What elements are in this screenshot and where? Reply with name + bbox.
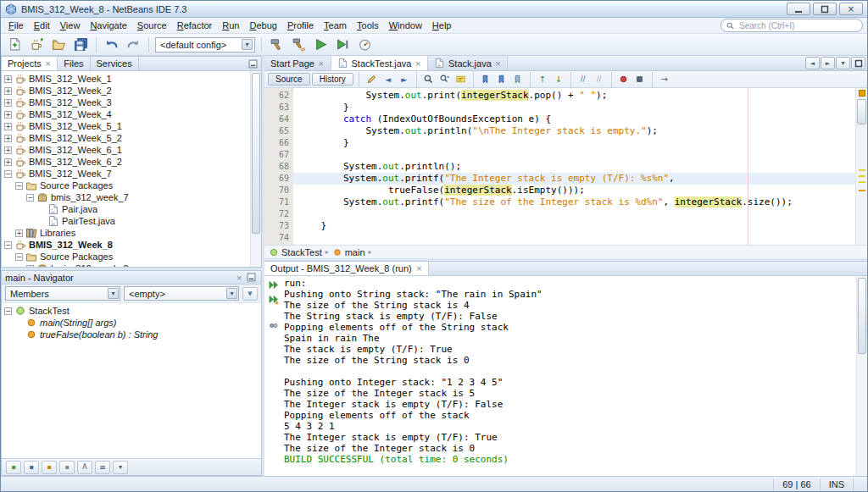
filters-button[interactable]: ▾ — [113, 461, 128, 474]
shift-right-button[interactable]: → — [657, 73, 672, 86]
navigator-tree[interactable]: −StackTestmain(String[] args)trueFalse(b… — [2, 303, 261, 458]
expand-icon[interactable]: + — [4, 135, 12, 142]
search-input[interactable] — [737, 20, 858, 31]
source-view-button[interactable]: Source — [268, 73, 310, 86]
project-tree-item[interactable]: +bmis_312_week_8 — [2, 263, 261, 267]
project-tree-item[interactable]: −bmis_312_week_7 — [2, 191, 261, 203]
next-occurrence-button[interactable]: ↓ — [551, 73, 566, 86]
output-lines[interactable]: run:Pushing onto String stack: "The rain… — [281, 276, 867, 476]
maximize-window-button[interactable] — [851, 57, 865, 69]
expand-icon[interactable]: + — [4, 146, 12, 154]
navigator-settings-button[interactable]: ▼ — [242, 287, 258, 301]
tab-services[interactable]: Services — [91, 57, 139, 70]
new-project-button[interactable] — [26, 35, 47, 54]
project-tree-item[interactable]: +BMIS_312_Week_3 — [2, 97, 261, 108]
show-inherited-button[interactable]: ▪ — [6, 461, 21, 474]
editor-scrollbar-thumb[interactable] — [857, 99, 866, 124]
build-project-button[interactable] — [266, 35, 287, 54]
project-tree-item[interactable]: +BMIS_312_Week_1 — [2, 73, 261, 85]
save-all-button[interactable] — [70, 35, 92, 54]
forward-button[interactable]: ► — [397, 73, 412, 86]
expand-icon[interactable]: + — [4, 75, 12, 83]
code-editor[interactable]: 62 System.out.print(integerStack.pop() +… — [264, 88, 867, 245]
toggle-highlight-button[interactable] — [453, 73, 469, 86]
last-edit-button[interactable] — [364, 73, 380, 86]
find-next-button[interactable] — [437, 73, 453, 86]
menu-refactor[interactable]: Refactor — [172, 19, 218, 32]
project-tree-item[interactable]: −BMIS_312_Week_7 — [2, 168, 261, 180]
collapse-icon[interactable]: − — [15, 182, 23, 190]
search-box[interactable] — [721, 19, 863, 32]
editor-tab-stack-java[interactable]: Stack.java× — [428, 56, 508, 70]
minimize-button[interactable] — [787, 3, 810, 15]
scrollbar-thumb[interactable] — [858, 278, 866, 354]
editor-status-indicator[interactable] — [859, 90, 865, 97]
rerun-button[interactable] — [266, 279, 280, 291]
show-opened-documents-button[interactable]: ▾ — [836, 57, 850, 69]
show-static-button[interactable]: ▪ — [42, 461, 57, 474]
output-tab[interactable]: Output - BMIS_312_Week_8 (run)× — [264, 262, 429, 275]
navigator-tree-item[interactable]: trueFalse(boolean b) : String — [2, 329, 261, 340]
toggle-bookmark-button[interactable] — [510, 73, 526, 86]
project-tree-item[interactable]: +Libraries — [2, 227, 261, 239]
output-scrollbar[interactable] — [856, 276, 867, 476]
projects-scrollbar[interactable] — [250, 71, 261, 267]
breadcrumb-item[interactable]: main — [332, 247, 365, 257]
menu-file[interactable]: File — [3, 19, 29, 32]
menu-window[interactable]: Window — [384, 19, 427, 32]
close-icon[interactable]: × — [318, 59, 325, 68]
close-icon[interactable]: × — [415, 59, 421, 68]
previous-bookmark-button[interactable] — [478, 73, 493, 86]
history-view-button[interactable]: History — [312, 73, 353, 86]
scroll-tabs-left-button[interactable]: ◄ — [805, 57, 820, 69]
title-bar[interactable]: BMIS_312_Week_8 - NetBeans IDE 7.3 × — [1, 1, 867, 18]
expand-icon[interactable]: + — [4, 123, 12, 130]
scrollbar-thumb[interactable] — [252, 73, 260, 234]
stop-macro-button[interactable] — [632, 73, 648, 86]
scroll-tabs-right-button[interactable]: ► — [821, 57, 835, 69]
config-select[interactable]: <default config> ▾ — [155, 37, 255, 53]
clean-and-build-project-button[interactable] — [288, 35, 309, 54]
expand-icon[interactable]: + — [4, 158, 12, 166]
menu-view[interactable]: View — [55, 19, 86, 32]
navigator-tree-item[interactable]: main(String[] args) — [2, 317, 261, 329]
menu-team[interactable]: Team — [319, 19, 352, 32]
sort-by-source-button[interactable]: ≡ — [95, 461, 110, 474]
project-tree-item[interactable]: +BMIS_312_Week_6_2 — [2, 156, 261, 168]
next-bookmark-button[interactable] — [494, 73, 509, 86]
menu-navigate[interactable]: Navigate — [85, 19, 131, 32]
menu-tools[interactable]: Tools — [352, 19, 384, 32]
uncomment-button[interactable]: // — [592, 73, 607, 86]
collapse-icon[interactable]: − — [4, 241, 12, 249]
expand-icon[interactable]: + — [15, 229, 23, 237]
editor-scrollbar[interactable] — [855, 88, 867, 245]
close-icon[interactable]: × — [416, 264, 423, 273]
start-macro-button[interactable] — [616, 73, 632, 86]
expand-icon[interactable]: + — [4, 87, 12, 95]
collapse-icon[interactable]: − — [4, 307, 12, 315]
project-tree-item[interactable]: PairTest.java — [2, 215, 261, 227]
project-tree-item[interactable]: +BMIS_312_Week_6_1 — [2, 144, 261, 156]
editor-tab-stacktest-java[interactable]: StackTest.java× — [331, 56, 428, 70]
project-tree-item[interactable]: −Source Packages — [2, 251, 261, 263]
collapse-icon[interactable]: − — [26, 194, 34, 202]
projects-tree[interactable]: +BMIS_312_Week_1+BMIS_312_Week_2+BMIS_31… — [2, 71, 261, 267]
tab-files[interactable]: Files — [58, 57, 90, 70]
run-project-button[interactable] — [310, 35, 331, 54]
breadcrumb-item[interactable]: StackTest — [269, 247, 322, 257]
project-tree-item[interactable]: +BMIS_312_Week_5_1 — [2, 120, 261, 132]
ant-settings-button[interactable] — [266, 319, 280, 332]
rerun-with-params-button[interactable] — [266, 293, 280, 306]
editor-tab-start-page[interactable]: Start Page× — [264, 56, 331, 70]
menu-profile[interactable]: Profile — [282, 19, 319, 32]
profile-project-button[interactable] — [354, 35, 376, 54]
project-tree-item[interactable]: Pair.java — [2, 203, 261, 215]
undo-button[interactable] — [101, 35, 122, 54]
project-tree-item[interactable]: +BMIS_312_Week_5_2 — [2, 132, 261, 144]
show-fields-button[interactable]: ▪ — [24, 461, 39, 474]
close-icon[interactable]: × — [45, 59, 52, 68]
expand-icon[interactable]: + — [4, 99, 12, 107]
close-icon[interactable]: × — [495, 59, 502, 68]
project-tree-item[interactable]: −BMIS_312_Week_8 — [2, 239, 261, 251]
show-non-public-button[interactable]: ▪ — [59, 461, 75, 474]
